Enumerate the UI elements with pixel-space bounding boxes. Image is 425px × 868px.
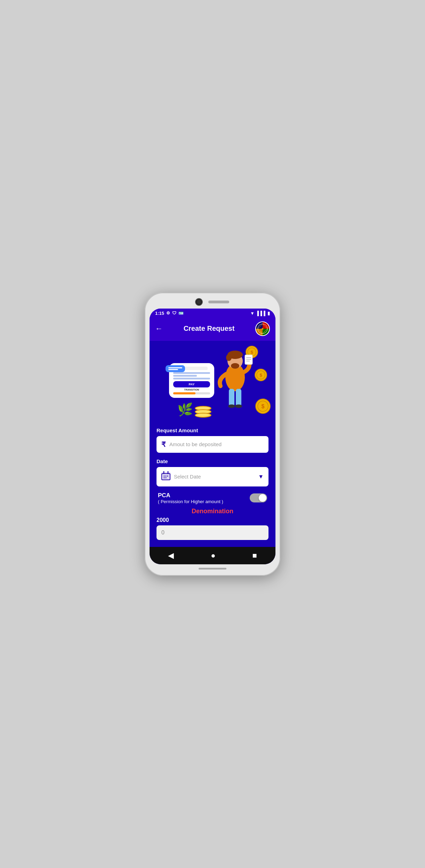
svg-point-31 (164, 477, 165, 478)
status-left: 1:15 ⚙ 🛡 🪪 (155, 311, 184, 316)
nav-recent-button[interactable]: ■ (252, 551, 257, 560)
pca-toggle[interactable] (250, 493, 267, 502)
phone-top-physical (150, 299, 275, 309)
chat-bubble (166, 365, 185, 372)
pca-title: PCA (158, 492, 250, 499)
coins-illustration (195, 407, 211, 418)
svg-text:$: $ (259, 372, 262, 378)
illus-transition-text: TRANSITION (172, 388, 211, 391)
svg-point-28 (164, 475, 165, 476)
nav-back-button[interactable]: ◀ (168, 551, 174, 560)
date-placeholder-text: Select Date (174, 474, 201, 480)
floating-coin-3: $ (255, 399, 271, 416)
pca-text-block: PCA ( Permission for Higher amount ) (158, 492, 250, 504)
coin-stack (195, 407, 211, 418)
amount-label: Request Amount (157, 427, 268, 433)
app-header: ← Create Request R (150, 318, 275, 341)
phone-frame: 1:15 ⚙ 🛡 🪪 ▾ ▐▐▐ ▮ ← Create Request (145, 293, 280, 576)
back-button[interactable]: ← (155, 324, 163, 333)
amount-input-box[interactable]: ₹ Amout to be deposited (157, 436, 268, 453)
signal-icon: ▐▐▐ (256, 311, 265, 316)
page-title: Create Request (184, 325, 235, 333)
phone-screen: 1:15 ⚙ 🛡 🪪 ▾ ▐▐▐ ▮ ← Create Request (150, 309, 275, 564)
svg-point-13 (228, 404, 235, 408)
svg-point-14 (235, 404, 242, 408)
wifi-icon: ▾ (251, 311, 254, 316)
svg-point-30 (167, 475, 168, 476)
svg-rect-7 (229, 389, 234, 406)
plant-illustration: 🌿 (177, 402, 193, 417)
coin (195, 413, 211, 418)
person-illustration (214, 344, 256, 417)
time-display: 1:15 (155, 311, 164, 316)
floating-coin-2: $ (255, 369, 267, 384)
logo-inner: R (256, 322, 269, 335)
svg-text:$: $ (262, 403, 265, 409)
date-picker[interactable]: Select Date ▼ (157, 467, 268, 486)
chat-line (168, 367, 182, 368)
svg-rect-8 (236, 389, 241, 406)
amount-placeholder: Amout to be deposited (169, 441, 222, 447)
coin-svg: $ (255, 369, 267, 381)
svg-point-6 (231, 363, 239, 369)
illus-pay-button: PAY (173, 381, 210, 387)
chat-line (168, 369, 178, 370)
home-indicator (199, 568, 226, 570)
illus-line (173, 372, 210, 374)
battery-icon: ▮ (267, 311, 270, 316)
denom-2000-label: 2000 (157, 517, 268, 523)
illus-line (173, 378, 210, 379)
illus-progress-bar (173, 392, 210, 394)
calendar-svg (161, 471, 170, 480)
gear-icon: ⚙ (166, 311, 170, 316)
denom-2000-input[interactable]: 0 (157, 525, 268, 540)
form-area: Request Amount ₹ Amout to be deposited D… (150, 423, 275, 547)
speaker (208, 301, 229, 303)
illus-progress-fill (173, 392, 195, 394)
svg-text:R: R (262, 328, 263, 330)
pca-row: PCA ( Permission for Higher amount ) (157, 492, 268, 504)
toggle-knob (259, 494, 266, 502)
logo-svg: R (257, 324, 268, 334)
calendar-icon (161, 471, 170, 482)
svg-point-5 (226, 354, 232, 361)
coin-svg: $ (255, 399, 271, 414)
denom-2000-value: 0 (161, 530, 165, 535)
status-bar: 1:15 ⚙ 🛡 🪪 ▾ ▐▐▐ ▮ (150, 309, 275, 318)
person-svg (214, 344, 256, 410)
status-right: ▾ ▐▐▐ ▮ (251, 311, 270, 316)
dropdown-arrow-icon: ▼ (258, 474, 264, 480)
date-label: Date (157, 458, 268, 464)
camera (196, 299, 202, 305)
svg-point-32 (166, 477, 167, 478)
illus-line (173, 375, 197, 377)
app-logo: R (255, 321, 270, 336)
shield-icon: 🛡 (172, 311, 176, 316)
svg-rect-9 (245, 355, 252, 365)
pca-subtitle: ( Permission for Higher amount ) (158, 499, 250, 504)
svg-point-29 (166, 475, 167, 476)
illustration-area: PAY TRANSITION 🌿 (150, 341, 275, 423)
nav-home-button[interactable]: ● (211, 551, 215, 560)
phone-bottom-physical (150, 564, 275, 570)
rupee-icon: ₹ (161, 440, 166, 449)
date-left: Select Date (161, 471, 201, 482)
bottom-nav: ◀ ● ■ (150, 547, 275, 564)
id-icon: 🪪 (178, 311, 184, 316)
denomination-title: Denomination (157, 508, 268, 515)
